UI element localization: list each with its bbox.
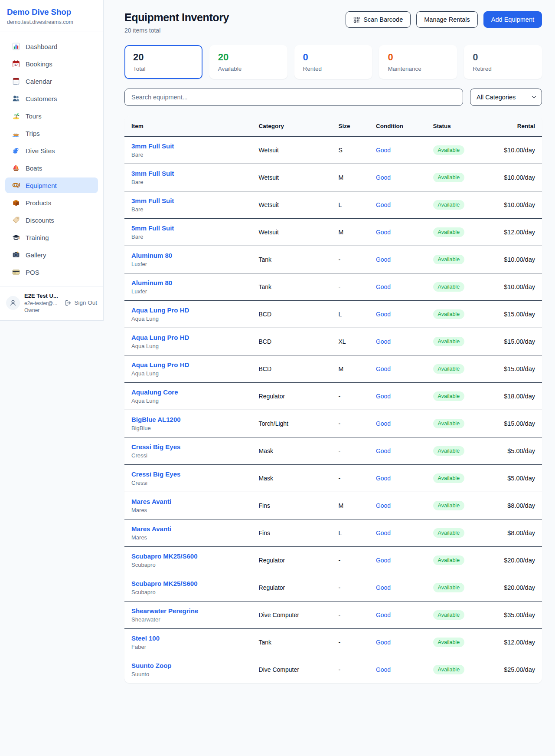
sidebar-item-dive-sites[interactable]: Dive Sites xyxy=(5,143,98,158)
item-name-link[interactable]: Aqualung Core xyxy=(131,388,245,396)
sidebar-header: Demo Dive Shop demo.test.divestreams.com xyxy=(0,0,103,32)
item-condition-link[interactable]: Good xyxy=(376,283,391,290)
item-condition-link[interactable]: Good xyxy=(376,584,391,591)
item-condition-link[interactable]: Good xyxy=(376,174,391,181)
stat-card-maintenance[interactable]: 0 Maintenance xyxy=(379,45,457,79)
item-condition-link[interactable]: Good xyxy=(376,256,391,263)
table-row[interactable]: BigBlue AL1200 BigBlue Torch/Light - Goo… xyxy=(124,410,542,437)
item-condition-link[interactable]: Good xyxy=(376,365,391,372)
item-name-link[interactable]: Mares Avanti xyxy=(131,525,245,532)
search-input[interactable] xyxy=(124,89,463,106)
manage-rentals-button[interactable]: Manage Rentals xyxy=(416,11,478,28)
add-equipment-button[interactable]: Add Equipment xyxy=(483,11,542,28)
sign-out-button[interactable]: Sign Out xyxy=(65,299,97,306)
item-name-link[interactable]: Suunto Zoop xyxy=(131,662,245,669)
item-name-link[interactable]: Aqua Lung Pro HD xyxy=(131,306,245,314)
sidebar-item-equipment[interactable]: Equipment xyxy=(5,177,98,193)
item-condition-link[interactable]: Good xyxy=(376,393,391,400)
table-row[interactable]: Aqua Lung Pro HD Aqua Lung BCD L Good Av… xyxy=(124,301,542,328)
table-row[interactable]: 3mm Full Suit Bare Wetsuit S Good Availa… xyxy=(124,136,542,164)
item-condition-link[interactable]: Good xyxy=(376,611,391,618)
item-category: Wetsuit xyxy=(259,174,279,181)
item-name-link[interactable]: Scubapro MK25/S600 xyxy=(131,580,245,587)
item-condition-link[interactable]: Good xyxy=(376,666,391,673)
table-row[interactable]: 3mm Full Suit Bare Wetsuit M Good Availa… xyxy=(124,164,542,191)
table-row[interactable]: Mares Avanti Mares Fins L Good Available… xyxy=(124,519,542,547)
sidebar-item-customers[interactable]: Customers xyxy=(5,91,98,106)
item-name-link[interactable]: 3mm Full Suit xyxy=(131,142,245,150)
item-condition-link[interactable]: Good xyxy=(376,639,391,646)
table-row[interactable]: 5mm Full Suit Bare Wetsuit M Good Availa… xyxy=(124,219,542,246)
table-row[interactable]: 3mm Full Suit Bare Wetsuit L Good Availa… xyxy=(124,191,542,219)
item-condition-link[interactable]: Good xyxy=(376,529,391,536)
stat-card-rented[interactable]: 0 Rented xyxy=(294,45,372,79)
column-header-rental: Rental xyxy=(489,116,542,136)
item-condition-link[interactable]: Good xyxy=(376,447,391,454)
item-name-link[interactable]: 5mm Full Suit xyxy=(131,224,245,232)
item-name-link[interactable]: BigBlue AL1200 xyxy=(131,416,245,423)
item-name-link[interactable]: Aqua Lung Pro HD xyxy=(131,334,245,341)
item-name-link[interactable]: 3mm Full Suit xyxy=(131,170,245,177)
item-condition-link[interactable]: Good xyxy=(376,311,391,318)
sidebar-item-label: Gallery xyxy=(26,251,46,259)
sidebar-item-tours[interactable]: Tours xyxy=(5,108,98,124)
status-badge: Available xyxy=(433,501,465,510)
stat-card-total[interactable]: 20 Total xyxy=(124,45,202,79)
table-row[interactable]: Aqua Lung Pro HD Aqua Lung BCD XL Good A… xyxy=(124,328,542,355)
item-category: Regulator xyxy=(259,393,285,400)
item-condition-link[interactable]: Good xyxy=(376,338,391,345)
item-name-link[interactable]: Mares Avanti xyxy=(131,498,245,505)
item-condition-link[interactable]: Good xyxy=(376,229,391,236)
sidebar-item-trips[interactable]: Trips xyxy=(5,125,98,141)
table-row[interactable]: Aluminum 80 Luxfer Tank - Good Available… xyxy=(124,246,542,273)
item-name-link[interactable]: Aluminum 80 xyxy=(131,279,245,286)
item-name-link[interactable]: Aluminum 80 xyxy=(131,252,245,259)
item-name-link[interactable]: Cressi Big Eyes xyxy=(131,443,245,450)
table-row[interactable]: Scubapro MK25/S600 Scubapro Regulator - … xyxy=(124,547,542,574)
table-row[interactable]: Mares Avanti Mares Fins M Good Available… xyxy=(124,492,542,519)
sidebar-item-bookings[interactable]: 17 Bookings xyxy=(5,56,98,72)
table-row[interactable]: Steel 100 Faber Tank - Good Available $1… xyxy=(124,629,542,656)
sidebar-item-label: Dashboard xyxy=(26,43,57,50)
item-name-link[interactable]: 3mm Full Suit xyxy=(131,197,245,204)
item-rental-rate: $25.00/day xyxy=(489,656,542,684)
scan-barcode-button[interactable]: Scan Barcode xyxy=(346,11,411,28)
item-brand: Shearwater xyxy=(131,616,245,623)
item-rental-rate: $10.00/day xyxy=(489,164,542,191)
table-row[interactable]: Cressi Big Eyes Cressi Mask - Good Avail… xyxy=(124,437,542,465)
item-condition-link[interactable]: Good xyxy=(376,201,391,208)
sidebar-item-products[interactable]: Products xyxy=(5,195,98,210)
sidebar-item-training[interactable]: Training xyxy=(5,230,98,245)
item-condition-link[interactable]: Good xyxy=(376,420,391,427)
item-category: Tank xyxy=(259,256,272,263)
sidebar-item-calendar[interactable]: Calendar xyxy=(5,73,98,89)
item-name-link[interactable]: Steel 100 xyxy=(131,634,245,642)
item-name-link[interactable]: Shearwater Peregrine xyxy=(131,607,245,615)
sidebar-item-dashboard[interactable]: Dashboard xyxy=(5,39,98,54)
table-row[interactable]: Scubapro MK25/S600 Scubapro Regulator - … xyxy=(124,574,542,602)
item-condition-link[interactable]: Good xyxy=(376,147,391,154)
category-select[interactable]: All Categories xyxy=(470,89,542,106)
table-row[interactable]: Cressi Big Eyes Cressi Mask - Good Avail… xyxy=(124,465,542,492)
stat-value: 0 xyxy=(303,52,364,63)
item-category: Torch/Light xyxy=(259,420,288,427)
item-name-link[interactable]: Cressi Big Eyes xyxy=(131,470,245,478)
sign-out-label: Sign Out xyxy=(74,299,97,306)
item-name-link[interactable]: Scubapro MK25/S600 xyxy=(131,552,245,560)
item-category: Tank xyxy=(259,639,272,646)
sidebar-item-discounts[interactable]: Discounts xyxy=(5,212,98,228)
table-row[interactable]: Shearwater Peregrine Shearwater Dive Com… xyxy=(124,602,542,629)
item-condition-link[interactable]: Good xyxy=(376,475,391,482)
table-row[interactable]: Aqua Lung Pro HD Aqua Lung BCD M Good Av… xyxy=(124,355,542,383)
stat-card-retired[interactable]: 0 Retired xyxy=(464,45,542,79)
sidebar-item-pos[interactable]: POS xyxy=(5,264,98,280)
item-name-link[interactable]: Aqua Lung Pro HD xyxy=(131,361,245,368)
table-row[interactable]: Aluminum 80 Luxfer Tank - Good Available… xyxy=(124,273,542,301)
table-row[interactable]: Aqualung Core Aqua Lung Regulator - Good… xyxy=(124,383,542,410)
item-condition-link[interactable]: Good xyxy=(376,557,391,564)
item-condition-link[interactable]: Good xyxy=(376,502,391,509)
sidebar-item-gallery[interactable]: Gallery xyxy=(5,247,98,263)
sidebar-item-boats[interactable]: Boats xyxy=(5,160,98,176)
table-row[interactable]: Suunto Zoop Suunto Dive Computer - Good … xyxy=(124,656,542,684)
stat-card-available[interactable]: 20 Available xyxy=(209,45,287,79)
